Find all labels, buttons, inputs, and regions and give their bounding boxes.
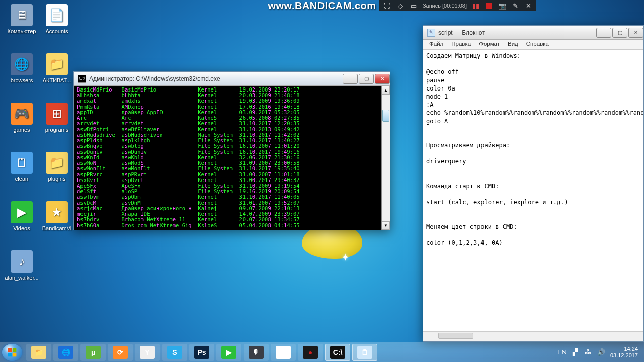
notepad-text-area[interactable]: Создаем Матрицу в Windows: @echo off pau… — [423, 50, 643, 331]
icon-label: games — [4, 127, 39, 133]
notepad-close-button[interactable]: ✕ — [628, 28, 643, 38]
notepad-titlebar[interactable]: ✎ script — Блокнот — ▢ ✕ — [423, 26, 643, 40]
cmd-scrollbar[interactable]: ▲ ▼ — [381, 86, 390, 230]
cmd-close-button[interactable]: ✕ — [375, 74, 390, 84]
icon-label: plugins — [39, 176, 74, 183]
taskbar-item-icon: ◯ — [276, 346, 291, 359]
cmd-scroll-down[interactable]: ▼ — [382, 221, 390, 230]
notepad-maximize-button[interactable]: ▢ — [612, 28, 627, 38]
desktop: 🖥Компьютер📄Accounts🌐browsers📁АКТИВАТ...🎮… — [0, 0, 644, 342]
bandicam-draw-icon[interactable]: ✎ — [511, 2, 519, 10]
taskbar-item-12[interactable]: 🗒 — [352, 344, 377, 361]
icon-glyph: 📁 — [46, 53, 68, 75]
cmd-scroll-thumb[interactable] — [382, 110, 389, 122]
cmd-window: C:\ Администратор: C:\Windows\system32\c… — [73, 71, 390, 230]
tray-volume-icon[interactable]: 🔊 — [597, 348, 605, 356]
taskbar-item-9[interactable]: ◯ — [271, 344, 296, 361]
desktop-icon-browsers[interactable]: 🌐browsers — [4, 53, 39, 84]
notepad-menu-правка[interactable]: Правка — [447, 40, 475, 49]
cmd-scroll-track[interactable] — [382, 95, 390, 221]
tray-lang[interactable]: EN — [558, 348, 566, 356]
tray-date: 03.12.2017 — [610, 352, 638, 358]
taskbar-item-6[interactable]: Ps — [189, 344, 214, 361]
bandicam-close-icon[interactable]: ✕ — [524, 2, 532, 10]
taskbar-item-1[interactable]: 🌐 — [53, 344, 78, 361]
icon-label: BandicamVi — [39, 225, 74, 232]
icon-glyph: ♪ — [11, 250, 33, 273]
taskbar-item-7[interactable]: ▶ — [216, 344, 242, 361]
notepad-menu-вид[interactable]: Вид — [504, 40, 522, 49]
cmd-title: Администратор: C:\Windows\system32\cmd.e… — [89, 75, 342, 82]
taskbar-item-icon: ● — [303, 346, 318, 359]
bandicam-fullscreen-icon[interactable]: ⛶ — [383, 2, 391, 10]
bandicam-rect-icon[interactable]: ▭ — [410, 2, 418, 10]
bandicam-record-status: Запись [00:01:08] — [423, 3, 467, 9]
taskbar-item-icon: 🗒 — [357, 346, 372, 359]
notepad-menu-справка[interactable]: Справка — [522, 40, 553, 49]
cmd-titlebar[interactable]: C:\ Администратор: C:\Windows\system32\c… — [74, 72, 390, 86]
desktop-icon-компьютер[interactable]: 🖥Компьютер — [4, 4, 39, 35]
taskbar-item-5[interactable]: S — [162, 344, 187, 361]
icon-glyph: 🖥 — [11, 4, 33, 26]
taskbar-item-8[interactable]: 🎙 — [244, 344, 269, 361]
taskbar-item-10[interactable]: ● — [298, 344, 323, 361]
icon-glyph: ⊞ — [46, 103, 68, 125]
bandicam-toolbar: ⛶ ◇ ▭ Запись [00:01:08] ▮▮ 📷 ✎ ✕ — [379, 0, 536, 11]
taskbar-item-icon: C:\ — [330, 346, 345, 359]
notepad-menubar: ФайлПравкаФорматВидСправка — [423, 40, 643, 50]
cmd-icon: C:\ — [78, 75, 86, 83]
icon-glyph: ▶ — [11, 201, 33, 223]
wallpaper-sparkle-decoration: ✦ — [341, 251, 352, 262]
cmd-minimize-button[interactable]: — — [343, 74, 358, 84]
taskbar-item-11[interactable]: C:\ — [325, 344, 350, 361]
notepad-minimize-button[interactable]: — — [596, 28, 611, 38]
desktop-icon-programs[interactable]: ⊞programs — [39, 103, 74, 133]
notepad-hscrollbar[interactable] — [423, 331, 643, 340]
bandicam-region-icon[interactable]: ◇ — [396, 2, 405, 10]
notepad-window: ✎ script — Блокнот — ▢ ✕ ФайлПравкаФорма… — [423, 25, 644, 342]
bandicam-stop-icon[interactable] — [485, 2, 493, 10]
svg-rect-0 — [8, 348, 12, 352]
taskbar-item-icon: 📁 — [31, 346, 46, 359]
desktop-icon-plugins[interactable]: 📁plugins — [39, 152, 74, 183]
tray-time: 14:24 — [610, 346, 638, 352]
cmd-maximize-button[interactable]: ▢ — [359, 74, 374, 84]
tray-clock[interactable]: 14:24 03.12.2017 — [610, 346, 638, 358]
icon-label: alan_walker... — [4, 275, 39, 281]
desktop-icon-videos[interactable]: ▶Videos — [4, 201, 39, 232]
start-button[interactable] — [2, 344, 22, 361]
desktop-icon-bandicamvi[interactable]: ★BandicamVi — [39, 201, 74, 232]
taskbar-item-3[interactable]: ⟳ — [108, 344, 133, 361]
notepad-menu-файл[interactable]: Файл — [425, 40, 447, 49]
bandicam-camera-icon[interactable]: 📷 — [498, 2, 506, 10]
icon-label: Компьютер — [4, 28, 39, 35]
icon-label: programs — [39, 127, 74, 133]
desktop-icon-активат-[interactable]: 📁АКТИВАТ... — [39, 53, 74, 84]
system-tray: EN ▞ 🖧 🔊 14:24 03.12.2017 — [558, 346, 642, 358]
icon-label: Videos — [4, 225, 39, 232]
taskbar-item-icon: µ — [86, 346, 101, 359]
taskbar-item-icon: Y — [140, 346, 155, 359]
svg-rect-3 — [13, 352, 17, 356]
taskbar-item-2[interactable]: µ — [80, 344, 106, 361]
taskbar-item-icon: 🌐 — [58, 346, 73, 359]
cmd-scroll-up[interactable]: ▲ — [382, 86, 390, 95]
cmd-client-area: BasicMdPrio BasicMdPrio Kernel 19.02.200… — [74, 86, 390, 230]
taskbar-item-icon: Ps — [194, 346, 209, 359]
desktop-icon-clean[interactable]: 🗒clean — [4, 152, 39, 183]
taskbar-item-icon: ▶ — [221, 346, 236, 359]
taskbar-item-icon: S — [167, 346, 182, 359]
desktop-icon-alan-walker-[interactable]: ♪alan_walker... — [4, 250, 39, 281]
tray-flag-icon[interactable]: ▞ — [571, 348, 579, 356]
notepad-menu-формат[interactable]: Формат — [475, 40, 504, 49]
tray-network-icon[interactable]: 🖧 — [584, 348, 592, 356]
notepad-hscroll-thumb[interactable] — [438, 333, 473, 339]
desktop-icon-accounts[interactable]: 📄Accounts — [39, 4, 74, 35]
taskbar-item-0[interactable]: 📁 — [26, 344, 51, 361]
taskbar-item-4[interactable]: Y — [135, 344, 160, 361]
icon-glyph: ★ — [46, 201, 68, 223]
desktop-icon-games[interactable]: 🎮games — [4, 103, 39, 133]
svg-rect-2 — [8, 352, 12, 356]
bandicam-pause-icon[interactable]: ▮▮ — [472, 2, 480, 10]
cmd-output[interactable]: BasicMdPrio BasicMdPrio Kernel 19.02.200… — [74, 86, 381, 230]
